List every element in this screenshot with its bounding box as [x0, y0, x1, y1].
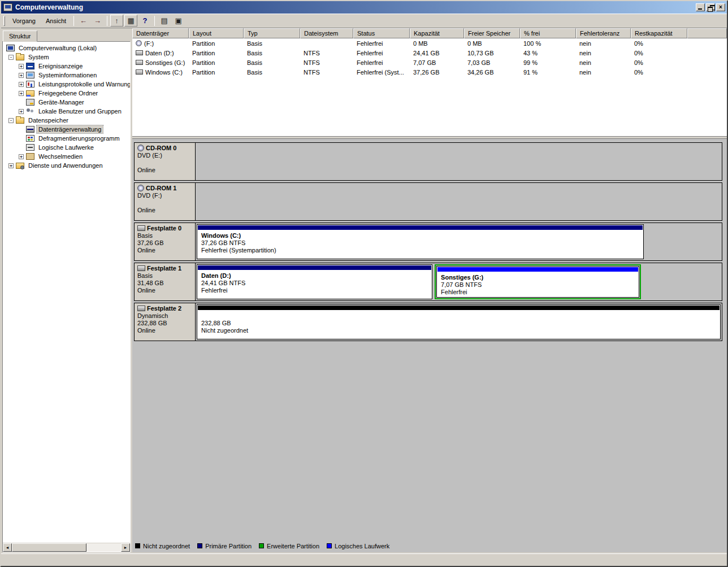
volume-row-sonstiges-g[interactable]: Sonstiges (G:) Partition Basis NTFS Fehl… — [132, 58, 727, 67]
tree-item-datenspeicher[interactable]: - Datenspeicher — [3, 116, 130, 125]
toolbar-grip[interactable] — [3, 16, 5, 26]
menu-vorgang[interactable]: Vorgang — [7, 16, 41, 26]
tree-item-freigegebene-ordner[interactable]: + Freigegebene Ordner — [3, 89, 130, 98]
expand-icon[interactable]: + — [19, 82, 24, 87]
tree-item-datentraegerverwaltung[interactable]: Datenträgerverwaltung — [3, 125, 130, 134]
disk-info-line: Online — [137, 287, 192, 294]
tree-box: Computerverwaltung (Lokal) - System + Er… — [2, 41, 131, 552]
tree-item-defragmentierung[interactable]: Defragmentierungsprogramm — [3, 134, 130, 143]
disk-row-festplatte-0[interactable]: Festplatte 0 Basis 37,26 GB Online Windo… — [134, 223, 722, 261]
disk-info-line: 31,48 GB — [137, 280, 192, 287]
partition-title: Windows (C:) — [201, 232, 639, 239]
show-console-tree-icon[interactable]: ▦ — [124, 15, 137, 27]
tree-item-computerverwaltung[interactable]: Computerverwaltung (Lokal) — [3, 43, 130, 53]
forward-icon[interactable]: → — [91, 15, 104, 27]
column-header-freier-speicher[interactable]: Freier Speicher — [464, 28, 520, 38]
tree-item-leistungsprotokolle[interactable]: + Leistungsprotokolle und Warnung — [3, 80, 130, 89]
volume-name: Daten (D:) — [145, 50, 174, 56]
scroll-left-icon[interactable]: ◄ — [3, 543, 12, 552]
volume-name: (F:) — [144, 40, 154, 47]
expand-icon[interactable]: + — [19, 73, 24, 78]
menu-ansicht[interactable]: Ansicht — [41, 16, 71, 26]
column-header-datentraeger[interactable]: Datenträger — [132, 28, 189, 38]
collapse-icon[interactable]: - — [8, 55, 14, 60]
column-header-restkapazitaet[interactable]: Restkapazität — [631, 28, 687, 38]
column-header-status[interactable]: Status — [353, 28, 410, 38]
cell-kapazitaet: 37,26 GB — [410, 67, 464, 77]
column-header-pct-frei[interactable]: % frei — [520, 28, 576, 38]
column-header-dateisystem[interactable]: Dateisystem — [300, 28, 353, 38]
scroll-right-icon[interactable]: ► — [121, 543, 130, 552]
disk-row-festplatte-2[interactable]: Festplatte 2 Dynamisch 232,88 GB Online … — [134, 303, 722, 341]
titlebar[interactable]: Computerverwaltung × — [1, 1, 727, 14]
partition-size: 7,07 GB NTFS — [441, 281, 635, 289]
disk-header[interactable]: CD-ROM 0 DVD (E:) Online — [135, 143, 196, 180]
volume-row-f[interactable]: (F:) Partition Basis Fehlerfrei 0 MB 0 M… — [132, 38, 727, 48]
volume-row-windows-c[interactable]: Windows (C:) Partition Basis NTFS Fehler… — [132, 67, 727, 77]
column-header-kapazitaet[interactable]: Kapazität — [410, 28, 464, 38]
expand-icon[interactable]: + — [8, 163, 14, 168]
scrollbar-track[interactable] — [12, 543, 121, 552]
cell-filler — [687, 58, 727, 67]
partition-sonstiges-g[interactable]: Sonstiges (G:) 7,07 GB NTFS Fehlerfrei — [436, 266, 639, 298]
legend-item-extended: Erweiterte Partition — [259, 543, 319, 549]
status-bar — [1, 553, 727, 566]
back-icon[interactable]: ← — [77, 15, 90, 27]
disk-info-line: Online — [137, 207, 192, 214]
tree-item-geraete-manager[interactable]: Geräte-Manager — [3, 98, 130, 107]
column-header-typ[interactable]: Typ — [244, 28, 300, 38]
computer-management-window: Computerverwaltung × Vorgang Ansicht ← →… — [0, 0, 728, 567]
expander-spacer — [19, 127, 24, 132]
tree-item-label: Computerverwaltung (Lokal) — [17, 44, 98, 52]
disk-header[interactable]: CD-ROM 1 DVD (F:) Online — [135, 183, 196, 220]
expand-icon[interactable]: + — [19, 91, 24, 96]
tree-item-ereignisanzeige[interactable]: + Ereignisanzeige — [3, 62, 130, 71]
properties-icon[interactable]: ▤ — [158, 15, 171, 27]
up-level-icon[interactable]: ↑ — [110, 15, 123, 27]
tree-item-systeminformationen[interactable]: + Systeminformationen — [3, 71, 130, 80]
logical-drives-icon — [26, 144, 34, 151]
cell-dateisystem: NTFS — [300, 58, 353, 67]
expand-icon[interactable]: + — [19, 109, 24, 114]
tree-item-system[interactable]: - System — [3, 53, 130, 62]
console-tree: Computerverwaltung (Lokal) - System + Er… — [3, 42, 130, 543]
column-header-layout[interactable]: Layout — [189, 28, 244, 38]
disk-row-cdrom-0[interactable]: CD-ROM 0 DVD (E:) Online — [134, 142, 722, 181]
horizontal-scrollbar[interactable]: ◄ ► — [3, 543, 130, 552]
cell-dateisystem — [300, 38, 353, 48]
removable-media-icon — [26, 153, 34, 160]
disk-header[interactable]: Festplatte 2 Dynamisch 232,88 GB Online — [135, 303, 196, 341]
column-header-fehlertoleranz[interactable]: Fehlertoleranz — [576, 28, 631, 38]
tab-struktur[interactable]: Struktur — [3, 30, 37, 42]
tree-item-logische-laufwerke[interactable]: Logische Laufwerke — [3, 143, 130, 152]
partition-daten-d[interactable]: Daten (D:) 24,41 GB NTFS Fehlerfrei — [197, 264, 432, 299]
cell-fehlertoleranz: nein — [576, 58, 631, 67]
close-button[interactable]: × — [716, 3, 725, 11]
tree-item-lokale-benutzer[interactable]: + Lokale Benutzer und Gruppen — [3, 107, 130, 116]
minimize-button[interactable] — [696, 3, 705, 11]
collapse-icon[interactable]: - — [8, 118, 14, 123]
expand-icon[interactable]: + — [19, 154, 24, 159]
scrollbar-thumb[interactable] — [12, 543, 86, 552]
cell-layout: Partition — [189, 67, 244, 77]
restore-button[interactable] — [706, 3, 715, 11]
volume-row-daten-d[interactable]: Daten (D:) Partition Basis NTFS Fehlerfr… — [132, 48, 727, 58]
disk-name: Festplatte 0 — [147, 225, 181, 232]
volume-name: Sonstiges (G:) — [145, 59, 185, 66]
partition-size: 232,88 GB — [201, 320, 716, 327]
disk-header[interactable]: Festplatte 1 Basis 31,48 GB Online — [135, 263, 196, 300]
services-applications-icon — [16, 163, 24, 169]
disk-row-cdrom-1[interactable]: CD-ROM 1 DVD (F:) Online — [134, 182, 722, 221]
cell-filler — [687, 48, 727, 58]
expand-icon[interactable]: + — [19, 64, 24, 69]
partition-windows-c[interactable]: Windows (C:) 37,26 GB NTFS Fehlerfrei (S… — [197, 224, 644, 259]
disk-header[interactable]: Festplatte 0 Basis 37,26 GB Online — [135, 223, 196, 260]
disk-view-icon[interactable]: ▣ — [172, 15, 185, 27]
tree-item-wechselmedien[interactable]: + Wechselmedien — [3, 152, 130, 161]
partition-unallocated[interactable]: 232,88 GB Nicht zugeordnet — [197, 304, 721, 339]
disk-management-icon — [26, 126, 34, 133]
tree-item-dienste-anwendungen[interactable]: + Dienste und Anwendungen — [3, 161, 130, 170]
help-icon[interactable]: ? — [138, 15, 151, 27]
disk-row-festplatte-1[interactable]: Festplatte 1 Basis 31,48 GB Online Daten… — [134, 263, 722, 301]
disk-info-line: DVD (E:) — [137, 152, 192, 159]
